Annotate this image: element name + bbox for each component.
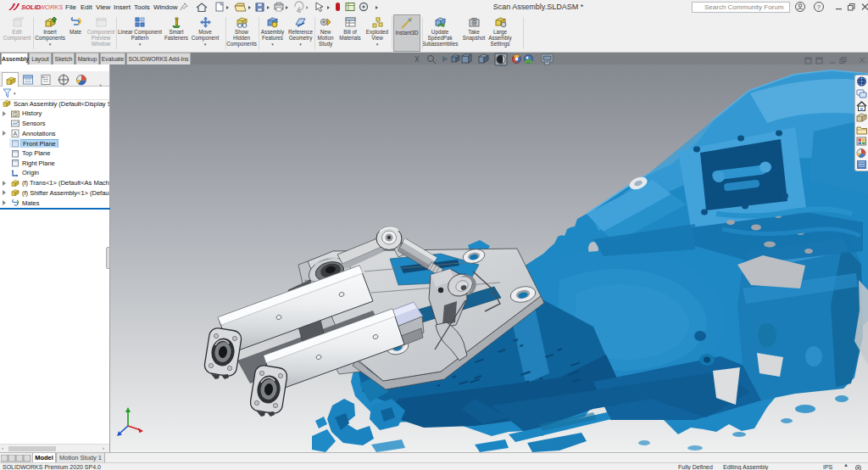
svg-text:WORKS: WORKS: [39, 3, 63, 11]
svg-text:SOLID: SOLID: [21, 3, 42, 11]
svg-text:A: A: [14, 131, 18, 137]
svg-text:?: ?: [817, 3, 821, 11]
